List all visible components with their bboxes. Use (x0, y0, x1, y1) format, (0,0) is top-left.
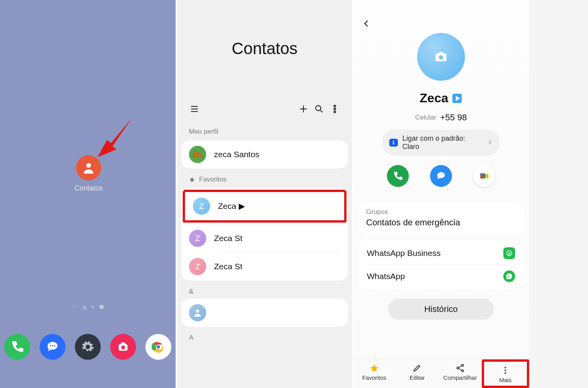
contacts-app-icon (76, 155, 101, 180)
svg-text:B: B (508, 252, 511, 256)
sym-card (181, 299, 348, 327)
page-title: Contatos (177, 0, 352, 97)
share-button[interactable]: Compartilhar (439, 359, 482, 388)
contact-row[interactable]: Z Zeca St (181, 252, 348, 281)
svg-point-3 (52, 345, 53, 346)
avatar: Z (189, 230, 206, 247)
contact-phone: Celular +55 98 (362, 112, 520, 123)
sim-badge: 1 (389, 139, 398, 147)
fav-section-label: Favoritos (177, 172, 352, 187)
dock (0, 334, 176, 360)
bottom-bar: Favoritos Editar Compartilhar Mais (353, 359, 529, 388)
contacts-list-screen: Contatos Meu perfil SA zeca Santos Favor… (176, 0, 353, 388)
pencil-icon (412, 363, 422, 373)
svg-marker-29 (485, 174, 488, 179)
svg-point-22 (196, 310, 199, 313)
more-button[interactable]: Mais (482, 359, 530, 388)
search-icon[interactable] (311, 101, 327, 117)
dock-messages-icon[interactable] (40, 334, 65, 360)
more-icon[interactable] (327, 101, 343, 117)
star-icon (189, 176, 195, 183)
svg-rect-31 (480, 174, 485, 176)
video-meet-button[interactable] (473, 165, 495, 187)
index-letter-symbol: & (177, 285, 352, 297)
whatsapp-row[interactable]: WhatsApp (366, 265, 516, 288)
avatar-profile: SA (189, 146, 206, 163)
page-indicator (0, 305, 176, 309)
contact-name: Zeca ▶ (218, 201, 245, 211)
message-button[interactable] (430, 165, 452, 187)
back-icon[interactable] (362, 16, 378, 31)
contact-row[interactable]: Z Zeca St (181, 224, 348, 252)
whatsapp-business-row[interactable]: WhatsApp Business B (366, 242, 516, 265)
dock-settings-icon[interactable] (75, 334, 101, 360)
menu-icon[interactable] (187, 101, 202, 117)
svg-line-17 (320, 110, 323, 112)
add-contact-icon[interactable] (296, 101, 311, 117)
svg-point-18 (334, 105, 336, 107)
contacts-app-label: Contatos (74, 184, 103, 192)
whatsapp-business-icon: B (503, 247, 515, 259)
groups-card[interactable]: Grupos Contatos de emergência (358, 202, 524, 234)
svg-point-19 (334, 108, 336, 110)
avatar-generic-icon (189, 304, 206, 321)
svg-point-1 (86, 163, 91, 168)
contact-row-anon[interactable] (181, 299, 348, 327)
svg-rect-6 (121, 343, 125, 345)
whatsapp-icon (503, 270, 515, 282)
svg-point-41 (505, 372, 506, 374)
star-filled-icon (370, 363, 379, 373)
contact-name: Zeca (362, 91, 520, 105)
play-badge-icon (452, 93, 462, 103)
more-vertical-icon (501, 366, 510, 375)
svg-point-7 (121, 345, 125, 349)
svg-point-2 (50, 345, 51, 346)
dock-phone-icon[interactable] (4, 334, 30, 360)
contacts-app[interactable]: Contatos (74, 155, 103, 192)
contact-name: Zeca St (214, 234, 242, 243)
svg-point-4 (54, 345, 55, 346)
svg-point-40 (505, 370, 506, 371)
profile-section-label: Meu perfil (177, 125, 352, 139)
contact-avatar[interactable] (417, 33, 465, 81)
contact-name: Zeca St (214, 262, 242, 271)
call-button[interactable] (387, 165, 409, 187)
quick-actions (376, 165, 506, 187)
contact-row-zeca[interactable]: Z Zeca ▶ (185, 192, 344, 220)
share-icon (456, 363, 465, 373)
callout-arrow (98, 118, 133, 159)
svg-text:SA: SA (193, 151, 203, 159)
svg-rect-24 (439, 52, 443, 54)
chevron-right-icon (487, 139, 493, 147)
svg-point-16 (316, 105, 321, 111)
profile-card: SA zeca Santos (181, 140, 348, 169)
dock-camera-icon[interactable] (110, 334, 136, 360)
default-sim-pill[interactable]: 1 Ligar com o padrão: Claro (382, 130, 500, 156)
svg-line-38 (459, 368, 462, 370)
favorite-button[interactable]: Favoritos (353, 359, 396, 388)
svg-point-25 (439, 55, 443, 60)
history-button[interactable]: Histórico (388, 299, 494, 320)
svg-point-20 (334, 111, 336, 112)
contact-detail-screen: Zeca Celular +55 98 1 Ligar com o padrão… (353, 0, 529, 388)
profile-name: zeca Santos (214, 150, 260, 159)
profile-row[interactable]: SA zeca Santos (181, 140, 348, 169)
favorites-card: Z Zeca ▶ Z Zeca St Z Zeca St (181, 188, 348, 281)
index-letter-a: A (177, 331, 352, 343)
camera-icon (434, 51, 448, 62)
dock-chrome-icon[interactable] (145, 334, 171, 360)
avatar: Z (193, 198, 210, 215)
svg-line-37 (459, 366, 462, 368)
contacts-toolbar (177, 97, 352, 125)
svg-point-39 (505, 367, 506, 368)
avatar: Z (189, 258, 206, 275)
linked-apps-card: WhatsApp Business B WhatsApp (358, 240, 524, 289)
edit-button[interactable]: Editar (396, 359, 439, 388)
home-screen: Contatos (0, 0, 176, 388)
svg-marker-0 (98, 118, 132, 157)
